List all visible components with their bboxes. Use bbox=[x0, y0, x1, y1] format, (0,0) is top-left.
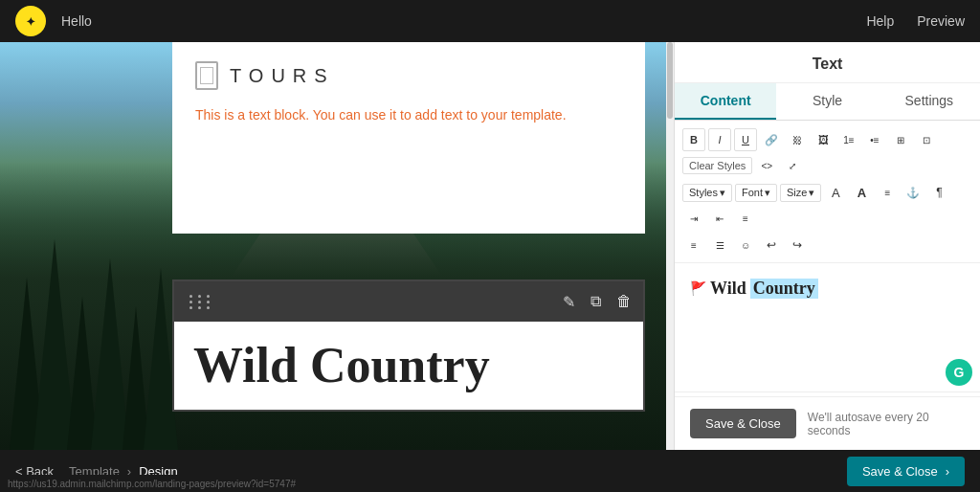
delete-icon[interactable]: 🗑 bbox=[616, 293, 632, 310]
italic-button[interactable]: I bbox=[708, 128, 731, 151]
tab-style[interactable]: Style bbox=[776, 83, 878, 120]
redo-button[interactable]: ↪ bbox=[786, 234, 809, 257]
save-close-final-button[interactable]: Save & Close › bbox=[847, 457, 965, 486]
underline-button[interactable]: U bbox=[734, 128, 757, 151]
svg-text:✦: ✦ bbox=[26, 15, 35, 29]
preview-word-wild: Wild bbox=[710, 279, 746, 299]
styles-dropdown[interactable]: Styles ▾ bbox=[682, 184, 732, 202]
source-button[interactable]: ⊞ bbox=[889, 128, 912, 151]
editor-toolbar: B I U 🔗 ⛓ 🖼 1≡ •≡ ⊞ ⊡ Clear Styles <> ⤢ … bbox=[675, 121, 980, 263]
save-area: Save & Close We'll autosave every 20 sec… bbox=[675, 396, 980, 450]
scrollbar-track[interactable] bbox=[666, 42, 674, 450]
emoji-button[interactable]: ☺ bbox=[734, 234, 757, 257]
preview-word-country: Country bbox=[750, 279, 818, 299]
list-ol-button[interactable]: 1≡ bbox=[837, 128, 860, 151]
font-color-button[interactable]: A bbox=[824, 181, 847, 204]
font-bg-color-button[interactable]: A bbox=[850, 181, 873, 204]
save-close-final-label: Save & Close bbox=[862, 464, 938, 479]
main-area: TOURS This is a text block. You can use … bbox=[0, 42, 980, 450]
tours-icon bbox=[195, 61, 218, 90]
tab-content[interactable]: Content bbox=[675, 83, 776, 120]
block-toolbar-actions: ✎ ⧉ 🗑 bbox=[563, 293, 632, 311]
toolbar-row-1: B I U 🔗 ⛓ 🖼 1≡ •≡ ⊞ ⊡ Clear Styles <> ⤢ bbox=[682, 128, 972, 177]
bold-button[interactable]: B bbox=[682, 128, 705, 151]
panel-divider bbox=[675, 391, 980, 392]
list-ul-button[interactable]: •≡ bbox=[863, 128, 886, 151]
edit-icon[interactable]: ✎ bbox=[563, 293, 575, 311]
drag-grid[interactable] bbox=[186, 291, 216, 313]
unlink-button[interactable]: ⛓ bbox=[786, 128, 809, 151]
image-button[interactable]: 🖼 bbox=[812, 128, 835, 151]
url-text: https://us19.admin.mailchimp.com/landing… bbox=[8, 479, 296, 489]
top-navigation: ✦ Hello Help Preview bbox=[0, 0, 980, 42]
chevron-right-icon: › bbox=[946, 464, 949, 479]
tab-settings[interactable]: Settings bbox=[879, 83, 980, 120]
panel-title: Text bbox=[675, 42, 980, 83]
preview-wild-country: 🚩 Wild Country bbox=[690, 279, 965, 299]
canvas-area: TOURS This is a text block. You can use … bbox=[0, 42, 674, 450]
tours-title: TOURS bbox=[230, 65, 335, 87]
help-link[interactable]: Help bbox=[866, 13, 894, 29]
toolbar-row-3: ≡ ☰ ☺ ↩ ↪ bbox=[682, 234, 972, 262]
duplicate-icon[interactable]: ⧉ bbox=[590, 293, 601, 310]
flag-icon: 🚩 bbox=[690, 280, 706, 297]
font-dropdown[interactable]: Font ▾ bbox=[735, 184, 777, 202]
fullscreen-button[interactable]: ⤢ bbox=[781, 154, 804, 177]
app-name-link[interactable]: Hello bbox=[61, 13, 92, 29]
save-close-button[interactable]: Save & Close bbox=[690, 409, 796, 438]
size-dropdown[interactable]: Size ▾ bbox=[780, 184, 821, 202]
drag-handle[interactable] bbox=[186, 291, 216, 313]
white-content-panel: TOURS This is a text block. You can use … bbox=[172, 42, 645, 234]
text-format-button[interactable]: ≡ bbox=[876, 181, 899, 204]
align-left-button[interactable]: ≡ bbox=[682, 234, 705, 257]
anchor-button[interactable]: ⚓ bbox=[902, 181, 924, 204]
rtl-button[interactable]: ≡ bbox=[734, 207, 757, 230]
tours-header: TOURS bbox=[195, 61, 622, 90]
toolbar-row-2: Styles ▾ Font ▾ Size ▾ A A ≡ ⚓ ¶ ⇥ ⇤ ≡ bbox=[682, 181, 972, 230]
autosave-text: We'll autosave every 20 seconds bbox=[808, 411, 965, 437]
nav-right: Help Preview bbox=[866, 13, 965, 29]
indent-button[interactable]: ⇥ bbox=[682, 207, 705, 230]
right-panel: Text Content Style Settings B I U 🔗 ⛓ 🖼 … bbox=[674, 42, 980, 450]
mailchimp-logo: ✦ bbox=[15, 6, 46, 36]
panel-tabs: Content Style Settings bbox=[675, 83, 980, 121]
preview-link[interactable]: Preview bbox=[917, 13, 965, 29]
nav-left: ✦ Hello bbox=[15, 6, 92, 36]
block-toolbar: ✎ ⧉ 🗑 bbox=[174, 281, 643, 322]
align-center-button[interactable]: ☰ bbox=[708, 234, 731, 257]
wild-country-text: Wild Country bbox=[174, 322, 643, 410]
code-button[interactable]: <> bbox=[755, 154, 778, 177]
wild-country-block[interactable]: ✎ ⧉ 🗑 Wild Country bbox=[172, 280, 645, 412]
clear-styles-button[interactable]: Clear Styles bbox=[682, 157, 752, 174]
url-bar: https://us19.admin.mailchimp.com/landing… bbox=[0, 475, 655, 492]
text-preview-area: 🚩 Wild Country G bbox=[675, 263, 980, 388]
table-button[interactable]: ⊡ bbox=[915, 128, 938, 151]
scrollbar-thumb[interactable] bbox=[667, 42, 673, 119]
link-button[interactable]: 🔗 bbox=[760, 128, 783, 151]
bottom-right: Save & Close › bbox=[847, 457, 965, 486]
outdent-button[interactable]: ⇤ bbox=[708, 207, 731, 230]
paragraph-button[interactable]: ¶ bbox=[927, 181, 950, 204]
tours-body-text: This is a text block. You can use it to … bbox=[195, 105, 622, 125]
undo-button[interactable]: ↩ bbox=[760, 234, 783, 257]
grammarly-button[interactable]: G bbox=[946, 359, 972, 386]
